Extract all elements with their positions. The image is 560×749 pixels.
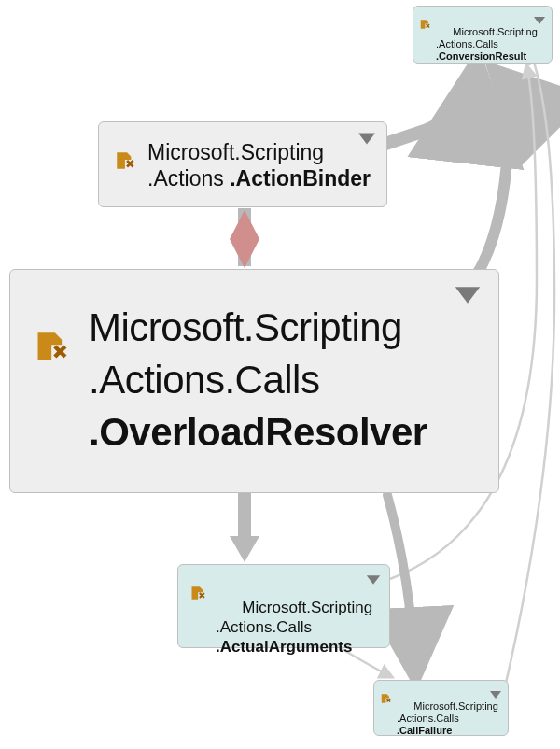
edge-overloadresolver-to-callfailure bbox=[387, 495, 415, 674]
edge-actionbinder-to-conversionresult bbox=[383, 70, 476, 145]
class-icon bbox=[189, 584, 208, 606]
node-classname: .ActionBinder bbox=[230, 166, 371, 191]
node-namespace-l2: .Actions.Calls bbox=[89, 358, 319, 402]
class-icon bbox=[419, 18, 432, 35]
node-classname: .ActualArguments bbox=[216, 638, 352, 656]
node-namespace-l2: .Actions bbox=[147, 166, 230, 191]
class-icon bbox=[380, 692, 393, 709]
composition-diamond bbox=[230, 210, 259, 268]
edge-callfailure-to-conversionresult bbox=[504, 51, 554, 691]
node-classname: .OverloadResolver bbox=[89, 410, 427, 454]
edge-overloadresolver-to-actualarguments-head bbox=[230, 536, 259, 562]
edge-overloadresolver-to-conversionresult bbox=[467, 75, 509, 290]
chevron-down-icon[interactable] bbox=[452, 285, 483, 309]
node-namespace-l1: Microsoft.Scripting bbox=[89, 305, 402, 349]
node-namespace-l1: Microsoft.Scripting bbox=[147, 140, 324, 164]
node-classname: .CallFailure bbox=[397, 725, 452, 736]
node-namespace: Microsoft.Scripting .Actions.Calls bbox=[397, 700, 498, 724]
node-conversionresult[interactable]: Microsoft.Scripting .Actions.Calls.Conve… bbox=[413, 6, 553, 64]
class-icon bbox=[114, 148, 138, 177]
node-actionbinder[interactable]: Microsoft.Scripting.Actions .ActionBinde… bbox=[98, 121, 387, 207]
node-actualarguments[interactable]: Microsoft.Scripting .Actions.Calls.Actua… bbox=[177, 564, 390, 648]
diagram-canvas: Microsoft.Scripting .Actions.Calls.Conve… bbox=[0, 0, 560, 749]
node-namespace: Microsoft.Scripting .Actions.Calls bbox=[436, 26, 538, 49]
node-callfailure[interactable]: Microsoft.Scripting .Actions.Calls.CallF… bbox=[373, 680, 509, 736]
class-icon bbox=[33, 326, 74, 371]
node-overloadresolver[interactable]: Microsoft.Scripting.Actions.Calls.Overlo… bbox=[9, 269, 499, 493]
svg-marker-2 bbox=[455, 287, 480, 304]
node-namespace: Microsoft.Scripting .Actions.Calls bbox=[216, 599, 372, 636]
node-classname: .ConversionResult bbox=[436, 50, 526, 62]
